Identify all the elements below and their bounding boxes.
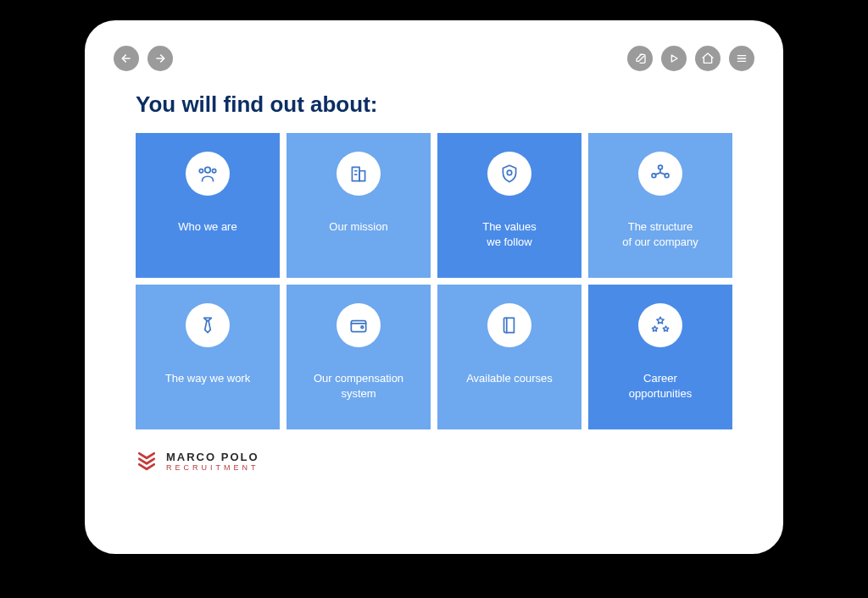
book-icon [487,303,531,347]
toolbar-right [627,46,754,71]
menu-button[interactable] [729,46,754,71]
card-courses[interactable]: Available courses [437,285,581,429]
stars-icon [638,303,682,347]
card-career[interactable]: Career opportunities [588,285,732,429]
share-icon [638,152,682,196]
tablet-frame: You will find out about: Who we are Our … [85,20,783,554]
card-label: Available courses [466,371,553,386]
edit-button[interactable] [627,46,653,71]
card-way-we-work[interactable]: The way we work [136,285,280,429]
card-grid: Who we are Our mission The values we fol… [136,133,732,429]
home-icon [701,52,715,65]
menu-icon [735,52,748,65]
svg-rect-10 [359,171,365,181]
card-label: Our compensation system [314,371,403,401]
svg-point-18 [361,326,364,329]
card-who-we-are[interactable]: Who we are [136,133,280,278]
arrow-left-icon [120,52,133,65]
content: You will find out about: Who we are Our … [95,78,773,544]
card-label: Who we are [178,219,236,235]
play-icon [667,52,681,65]
logo-chevrons-icon [136,450,158,472]
brand-name: MARCO POLO [166,451,259,463]
building-icon [337,152,381,196]
brand-tagline: RECRUITMENT [166,463,259,472]
card-label: The way we work [165,371,250,386]
svg-point-13 [507,170,511,174]
svg-point-8 [212,169,215,173]
toolbar [95,30,773,78]
card-label: The values we follow [482,219,537,249]
card-label: Our mission [329,219,387,235]
card-compensation[interactable]: Our compensation system [287,285,431,429]
svg-marker-2 [671,55,677,62]
arrow-right-icon [153,52,167,65]
card-our-mission[interactable]: Our mission [287,133,431,278]
screen: You will find out about: Who we are Our … [95,30,773,544]
brand-text: MARCO POLO RECRUITMENT [166,451,259,472]
card-structure[interactable]: The structure of our company [588,133,732,278]
card-values[interactable]: The values we follow [437,133,581,278]
play-button[interactable] [661,46,687,71]
tie-icon [186,303,230,347]
back-button[interactable] [114,46,139,71]
brand-logo: MARCO POLO RECRUITMENT [136,450,732,472]
page-title: You will find out about: [136,91,732,118]
svg-point-7 [199,169,203,173]
home-button[interactable] [695,46,721,71]
shield-icon [487,152,531,196]
svg-point-6 [205,167,211,173]
people-icon [186,152,230,196]
toolbar-left [114,46,173,71]
card-label: Career opportunities [629,371,692,401]
wallet-icon [337,303,381,347]
forward-button[interactable] [147,46,173,71]
card-label: The structure of our company [622,219,698,249]
edit-icon [633,52,647,65]
